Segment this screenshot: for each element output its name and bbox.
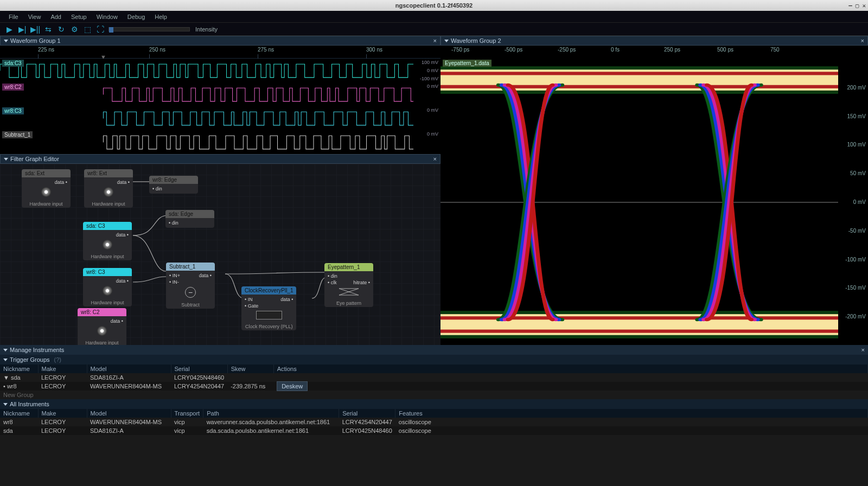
dropdown-icon (4, 158, 8, 161)
y-axis: 200 mV 150 mV 100 mV 50 mV 0 mV -50 mV -… (838, 59, 868, 345)
waveform-row-wr8-c2[interactable]: wr8:C2 0 mV (0, 82, 441, 106)
node-wr8_ext[interactable]: wr8: Ext data • Hardware input (84, 169, 133, 208)
close-icon[interactable]: × (433, 37, 437, 44)
col-actions[interactable]: Actions (273, 364, 867, 373)
waveform-area-1[interactable]: 225 ns 250 ns 275 ns 300 ns ▼ sda:C3 (0, 46, 441, 154)
dropdown-icon (3, 359, 8, 361)
wg1-title: Waveform Group 1 (10, 37, 61, 44)
tab-waveform-group-2[interactable]: Waveform Group 2 × (441, 36, 868, 46)
menubar: File View Add Setup Window Debug Help (0, 11, 868, 23)
tab-waveform-group-1[interactable]: Waveform Group 1 × (0, 36, 441, 46)
menu-debug[interactable]: Debug (123, 12, 149, 21)
col-serial[interactable]: Serial (339, 409, 395, 418)
channel-label[interactable]: wr8:C3 (2, 107, 24, 114)
transfer-icon[interactable]: ⇆ (43, 24, 53, 34)
time-tick: 275 ns (258, 47, 274, 53)
col-model[interactable]: Model (87, 364, 171, 373)
channel-label[interactable]: Subtract_1 (2, 131, 33, 138)
node-subtract[interactable]: Subtract_1 • IN+data •• IN-− Subtract (166, 263, 215, 309)
col-nickname[interactable]: Nickname (0, 409, 38, 418)
col-transport[interactable]: Transport (171, 409, 203, 418)
waveform-row-sda-c3[interactable]: sda:C3 100 mV 0 mV -100 mV (0, 59, 441, 82)
minimize-icon[interactable]: — (848, 2, 852, 9)
step2-icon[interactable]: ▶|| (30, 24, 40, 34)
waveform-row-wr8-c3[interactable]: wr8:C3 0 mV (0, 106, 441, 130)
time-tick: 250 ns (149, 47, 165, 53)
menu-add[interactable]: Add (46, 12, 66, 21)
col-features[interactable]: Features (395, 409, 868, 418)
col-make[interactable]: Make (38, 364, 87, 373)
close-icon[interactable]: ✕ (862, 2, 866, 9)
play-icon[interactable]: ▶ (4, 24, 14, 34)
menu-file[interactable]: File (4, 12, 23, 21)
node-eye[interactable]: Eyepattern_1 • din• clkhitrate • Eye pat… (324, 263, 373, 307)
node-wr8_c3[interactable]: wr8: C3 data • Hardware input (83, 268, 132, 306)
gear-icon[interactable]: ⚙ (69, 24, 79, 34)
svg-rect-7 (441, 319, 838, 329)
close-icon[interactable]: × (861, 347, 865, 353)
all-instruments-table: Nickname Make Model Transport Path Seria… (0, 409, 868, 435)
col-serial[interactable]: Serial (171, 364, 227, 373)
y-axis: 100 mV 0 mV -100 mV (413, 59, 441, 82)
col-nickname[interactable]: Nickname (0, 364, 38, 373)
time-tick: 225 ns (38, 47, 54, 53)
new-group-row[interactable]: New Group (0, 391, 868, 399)
node-sda_c3[interactable]: sda: C3 data • Hardware input (83, 222, 132, 260)
tab-manage-instruments[interactable]: Manage Instruments × (0, 345, 868, 355)
help-icon[interactable]: (?) (54, 356, 61, 363)
step-icon[interactable]: ▶| (17, 24, 27, 34)
intensity-label: Intensity (195, 26, 218, 33)
close-icon[interactable]: × (861, 37, 864, 44)
y-axis: 0 mV (413, 82, 441, 106)
filter-graph-editor[interactable]: sda: Ext data • Hardware inputwr8: Ext d… (0, 164, 441, 345)
time-axis: 225 ns 250 ns 275 ns 300 ns ▼ (0, 46, 441, 59)
menu-view[interactable]: View (24, 12, 46, 21)
wg2-title: Waveform Group 2 (451, 37, 501, 44)
node-sda_ext[interactable]: sda: Ext data • Hardware input (22, 169, 71, 208)
dropdown-icon (4, 40, 8, 42)
dropdown-icon (3, 349, 8, 351)
select-icon[interactable]: ⬚ (82, 24, 92, 34)
time-tick: 300 ns (366, 47, 382, 53)
col-model[interactable]: Model (87, 409, 171, 418)
col-path[interactable]: Path (203, 409, 339, 418)
time-axis: -750 ps -500 ps -250 ps 0 fs 250 ps 500 … (441, 46, 868, 59)
eye-channel-label[interactable]: Eyepattern_1.data (443, 60, 492, 67)
all-instruments-header[interactable]: All Instruments (0, 399, 868, 409)
y-axis: 0 mV (413, 130, 441, 154)
table-row[interactable]: wr8LECROY WAVERUNNER8404M-MSvicp waverun… (0, 418, 868, 426)
window-titlebar: ngscopeclient 0.1-2f450392 — ▢ ✕ (0, 0, 868, 11)
col-make[interactable]: Make (38, 409, 87, 418)
trigger-groups-header[interactable]: Trigger Groups (?) (0, 355, 868, 364)
dropdown-icon (444, 40, 449, 42)
deskew-button[interactable]: Deskew (277, 381, 308, 391)
menu-setup[interactable]: Setup (67, 12, 91, 21)
node-wr8_edge[interactable]: wr8: Edge • din (149, 176, 198, 194)
fullscreen-icon[interactable]: ⛶ (95, 24, 105, 34)
dropdown-icon (3, 403, 8, 406)
node-sda_edge[interactable]: sda: Edge • din (165, 210, 214, 228)
manage-title: Manage Instruments (10, 347, 64, 353)
trigger-title: Trigger Groups (10, 356, 50, 363)
svg-rect-3 (441, 75, 838, 85)
table-row[interactable]: ▼ sda LECROY SDA816ZI-A LCRY0425N48460 (0, 373, 868, 382)
waveform-row-subtract[interactable]: Subtract_1 0 mV (0, 130, 441, 154)
node-clkrec[interactable]: ClockRecoveryPll_1 • INdata •• Gate Cloc… (241, 286, 296, 330)
trigger-groups-table: Nickname Make Model Serial Skew Actions … (0, 364, 868, 391)
maximize-icon[interactable]: ▢ (856, 2, 859, 9)
intensity-slider[interactable] (108, 27, 190, 31)
table-row[interactable]: sdaLECROY SDA816ZI-Avicp sda.scada.pouls… (0, 426, 868, 435)
menu-window[interactable]: Window (92, 12, 122, 21)
all-title: All Instruments (10, 401, 49, 407)
node-wr8_c2[interactable]: wr8: C2 data • Hardware input (78, 308, 126, 345)
tab-filter-graph-editor[interactable]: Filter Graph Editor × (0, 154, 441, 164)
close-icon[interactable]: × (433, 156, 437, 162)
eye-diagram[interactable]: Eyepattern_1.data (441, 59, 868, 345)
refresh-icon[interactable]: ↻ (56, 24, 66, 34)
table-row[interactable]: • wr8 LECROY WAVERUNNER8404M-MS LCRY4254… (0, 382, 868, 391)
channel-label[interactable]: wr8:C2 (2, 84, 24, 91)
menu-help[interactable]: Help (150, 12, 171, 21)
channel-label[interactable]: sda:C3 (2, 60, 24, 67)
col-skew[interactable]: Skew (227, 364, 273, 373)
fge-title: Filter Graph Editor (10, 156, 59, 162)
